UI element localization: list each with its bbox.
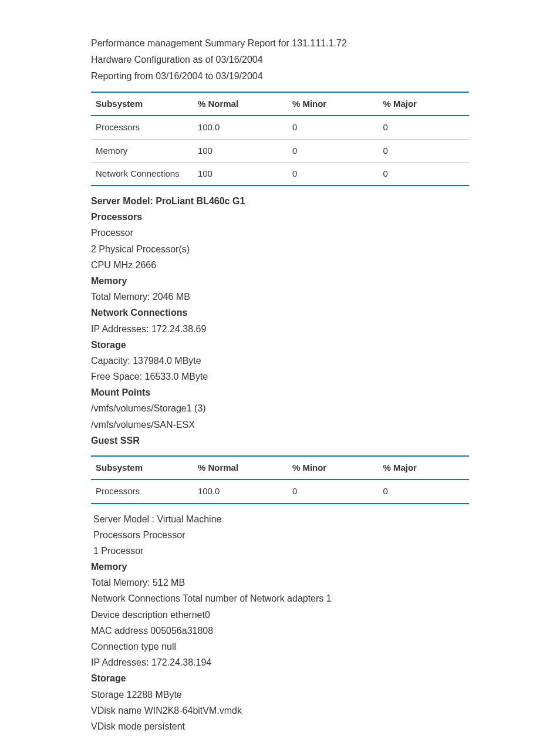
cell: 0 [288, 480, 379, 503]
vm-mem-line: Network Connections Total number of Netw… [91, 590, 469, 606]
server-model-heading: Server Model: ProLiant BL460c G1 [91, 193, 469, 209]
table-row: Processors 100.0 0 0 [91, 480, 469, 503]
col-major: % Major [378, 92, 469, 116]
vm-mem-line: Device description ethernet0 [91, 607, 469, 623]
vm-storage-line: VDisk mode persistent [91, 718, 469, 734]
mount-line: /vmfs/volumes/SAN-ESX [91, 417, 469, 433]
processors-heading: Processors [91, 209, 469, 225]
table-row: Memory 100 0 0 [91, 139, 469, 162]
memory-heading: Memory [91, 273, 469, 289]
cell: 0 [378, 162, 469, 185]
mount-line: /vmfs/volumes/Storage1 (3) [91, 400, 469, 416]
vm-storage-line: VDisk name WIN2K8-64bitVM.vmdk [91, 703, 469, 718]
vm-storage-heading: Storage [91, 670, 469, 686]
col-subsystem: Subsystem [91, 456, 193, 480]
network-line: IP Addresses: 172.24.38.69 [91, 321, 469, 337]
processor-line: 2 Physical Processor(s) [91, 241, 469, 257]
cell: 100.0 [193, 116, 288, 139]
vm-mem-line: Total Memory: 512 MB [91, 575, 469, 590]
cell: 0 [378, 116, 469, 139]
storage-line: Free Space: 16533.0 MByte [91, 369, 469, 384]
cell: 0 [378, 139, 469, 162]
processor-line: Processor [91, 225, 469, 241]
vm-proc-line: Processors Processor [91, 527, 469, 543]
cell: 100 [193, 162, 288, 185]
col-normal: % Normal [193, 456, 288, 480]
subsystem-table-2: Subsystem % Normal % Minor % Major Proce… [91, 455, 469, 504]
vm-memory-heading: Memory [91, 559, 469, 575]
network-heading: Network Connections [91, 305, 469, 320]
cell: Network Connections [91, 162, 193, 185]
storage-heading: Storage [91, 337, 469, 353]
processor-line: CPU MHz 2666 [91, 257, 469, 273]
memory-line: Total Memory: 2046 MB [91, 289, 469, 305]
cell: 100 [193, 139, 288, 162]
col-subsystem: Subsystem [91, 92, 193, 116]
vm-proc-line: 1 Processor [91, 543, 469, 559]
col-major: % Major [378, 456, 469, 480]
cell: Processors [91, 480, 193, 503]
vm-mem-line: Connection type null [91, 639, 469, 654]
cell: 0 [288, 139, 379, 162]
table-row: Processors 100.0 0 0 [91, 116, 469, 139]
mount-points-heading: Mount Points [91, 384, 469, 400]
storage-line: Capacity: 137984.0 MByte [91, 353, 469, 369]
table-row: Network Connections 100 0 0 [91, 162, 469, 185]
cell: 0 [288, 116, 379, 139]
guest-ssr-heading: Guest SSR [91, 433, 469, 448]
subsystem-table-1: Subsystem % Normal % Minor % Major Proce… [91, 92, 469, 186]
report-title-line3: Reporting from 03/16/2004 to 03/19/2004 [91, 68, 469, 85]
report-title-line2: Hardware Configuration as of 03/16/2004 [91, 52, 469, 68]
col-minor: % Minor [288, 456, 379, 480]
cell: 0 [288, 162, 379, 185]
cell: 0 [378, 480, 469, 503]
cell: Processors [91, 116, 193, 139]
cell: Memory [91, 139, 193, 162]
vm-mem-line: MAC address 005056a31808 [91, 623, 469, 639]
vm-server-model: Server Model : Virtual Machine [91, 511, 469, 527]
cell: 100.0 [193, 480, 288, 503]
table-header-row: Subsystem % Normal % Minor % Major [91, 92, 469, 116]
col-minor: % Minor [288, 92, 379, 116]
table-header-row: Subsystem % Normal % Minor % Major [91, 456, 469, 480]
vm-storage-line: Storage 12288 MByte [91, 687, 469, 703]
report-title-line1: Performance management Summary Report fo… [91, 35, 469, 52]
col-normal: % Normal [193, 92, 288, 116]
vm-mem-line: IP Addresses: 172.24.38.194 [91, 654, 469, 670]
